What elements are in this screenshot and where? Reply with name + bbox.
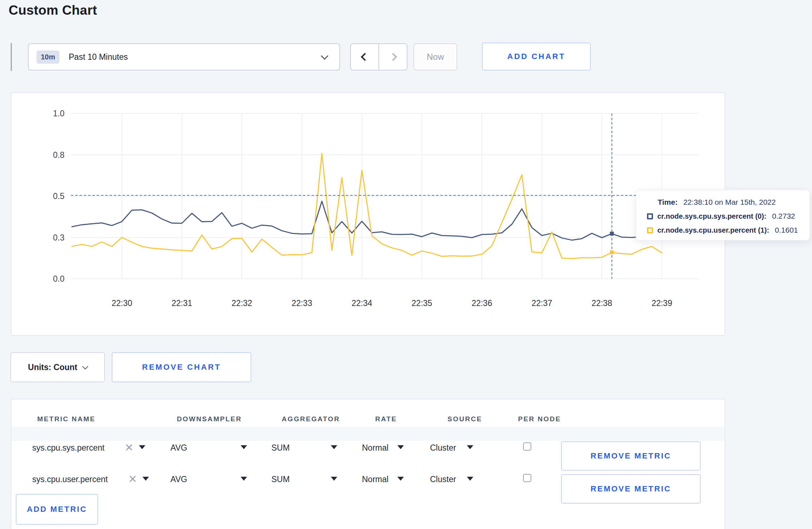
svg-text:22:30: 22:30 — [112, 299, 132, 308]
page-title: Custom Chart — [9, 3, 97, 18]
controls-left-divider — [11, 43, 12, 71]
aggregator-caret-icon[interactable] — [331, 445, 337, 449]
metric-name-select[interactable]: sys.cpu.sys.percent — [32, 443, 105, 453]
rate-select[interactable]: Normal — [362, 475, 388, 484]
chevron-left-icon — [361, 53, 369, 61]
time-range-badge: 10m — [37, 50, 59, 64]
aggregator-caret-icon[interactable] — [331, 477, 337, 481]
svg-text:22:34: 22:34 — [352, 299, 372, 308]
remove-metric-button[interactable]: REMOVE METRIC — [561, 441, 701, 471]
tooltip-series-value: 0.2732 — [772, 212, 795, 220]
source-select[interactable]: Cluster — [430, 475, 456, 484]
tooltip-time-value: 22:38:10 on Mar 15th, 2022 — [683, 198, 776, 207]
source-caret-icon[interactable] — [467, 477, 473, 481]
col-header-downsampler: DOWNSAMPLER — [177, 415, 242, 423]
remove-chart-button[interactable]: REMOVE CHART — [112, 352, 251, 382]
chart-tooltip: Time: 22:38:10 on Mar 15th, 2022 cr.node… — [636, 190, 810, 241]
metric-caret-icon[interactable] — [142, 477, 149, 481]
svg-text:22:37: 22:37 — [532, 299, 552, 308]
rate-select[interactable]: Normal — [362, 443, 388, 453]
tooltip-series-name: cr.node.sys.cpu.sys.percent (0): — [657, 212, 767, 220]
per-node-checkbox[interactable] — [523, 442, 531, 451]
source-select[interactable]: Cluster — [430, 443, 456, 453]
svg-text:0.8: 0.8 — [53, 150, 64, 160]
add-chart-button[interactable]: ADD CHART — [482, 43, 591, 71]
aggregator-select[interactable]: SUM — [271, 475, 290, 484]
series-user-swatch-icon — [647, 227, 653, 233]
units-select[interactable]: Units: Count — [10, 352, 105, 382]
metric-name-select[interactable]: sys.cpu.user.percent — [32, 475, 108, 484]
chevron-down-icon — [82, 364, 88, 370]
now-button[interactable]: Now — [414, 43, 457, 71]
tooltip-series-name: cr.node.sys.cpu.user.percent (1): — [657, 226, 769, 234]
time-range-select[interactable]: 10m Past 10 Minutes — [28, 43, 340, 71]
chart-canvas[interactable]: 0.00.30.50.81.022:3022:3122:3222:3322:34… — [11, 93, 725, 335]
aggregator-select[interactable]: SUM — [271, 443, 290, 453]
downsampler-select[interactable]: AVG — [170, 475, 187, 484]
svg-text:22:32: 22:32 — [232, 299, 252, 308]
svg-text:0.0: 0.0 — [53, 274, 64, 283]
svg-text:22:38: 22:38 — [591, 299, 612, 308]
svg-text:22:36: 22:36 — [472, 299, 492, 308]
time-back-button[interactable] — [351, 44, 379, 70]
col-header-metric-name: METRIC NAME — [37, 415, 96, 423]
rate-caret-icon[interactable] — [397, 477, 404, 481]
svg-text:22:33: 22:33 — [291, 299, 312, 308]
add-metric-button[interactable]: ADD METRIC — [16, 494, 98, 525]
chevron-down-icon — [321, 52, 328, 60]
remove-metric-button[interactable]: REMOVE METRIC — [561, 474, 701, 504]
svg-text:22:35: 22:35 — [412, 299, 432, 308]
tooltip-time-label: Time: — [658, 198, 678, 207]
tooltip-series-value: 0.1601 — [775, 226, 798, 234]
col-header-rate: RATE — [375, 415, 397, 423]
col-header-aggregator: AGGREGATOR — [282, 415, 340, 423]
per-node-checkbox[interactable] — [523, 474, 531, 482]
clear-metric-icon[interactable] — [129, 475, 136, 482]
col-header-source: SOURCE — [448, 415, 482, 423]
svg-text:1.0: 1.0 — [53, 109, 64, 118]
time-range-label: Past 10 Minutes — [69, 52, 128, 62]
svg-text:0.5: 0.5 — [53, 191, 64, 201]
svg-text:0.3: 0.3 — [53, 233, 64, 242]
col-header-per-node: PER NODE — [518, 415, 561, 423]
downsampler-select[interactable]: AVG — [170, 443, 187, 453]
units-select-label: Units: Count — [28, 363, 77, 372]
svg-text:22:31: 22:31 — [171, 299, 192, 308]
table-header-divider — [11, 427, 725, 441]
metrics-table: METRIC NAME DOWNSAMPLER AGGREGATOR RATE … — [11, 399, 725, 529]
rate-caret-icon[interactable] — [397, 445, 404, 449]
time-forward-button[interactable] — [379, 44, 407, 70]
source-caret-icon[interactable] — [467, 445, 473, 449]
time-nav-group — [350, 43, 407, 71]
downsampler-caret-icon[interactable] — [241, 445, 247, 449]
svg-text:22:39: 22:39 — [652, 299, 672, 308]
metric-caret-icon[interactable] — [139, 445, 145, 449]
series-sys-swatch-icon — [647, 213, 653, 219]
clear-metric-icon[interactable] — [125, 444, 132, 451]
chevron-right-icon — [389, 53, 397, 61]
downsampler-caret-icon[interactable] — [241, 477, 247, 481]
chart-panel: 0.00.30.50.81.022:3022:3122:3222:3322:34… — [11, 92, 725, 336]
